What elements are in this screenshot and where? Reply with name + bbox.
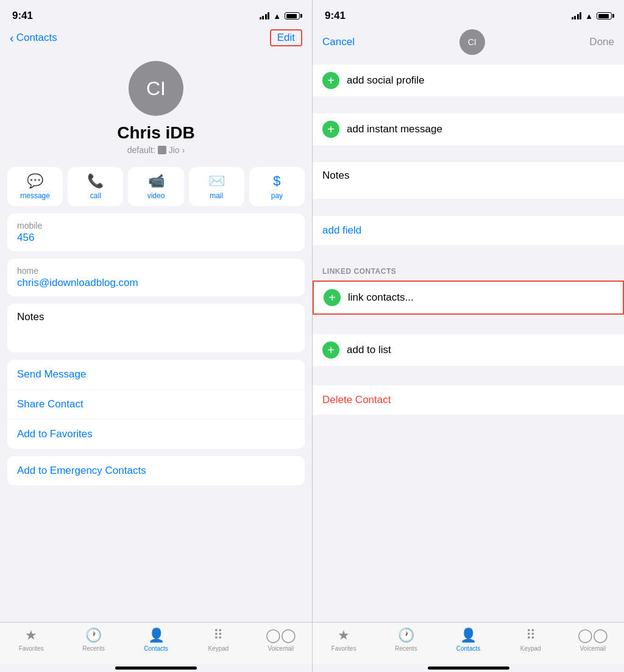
delete-contact-section[interactable]: Delete Contact (313, 385, 624, 415)
pay-button[interactable]: $ pay (249, 167, 305, 206)
link-contacts-row[interactable]: + link contacts... (313, 281, 624, 315)
battery-icon-left (285, 12, 300, 20)
tab-recents-left[interactable]: 🕐 Recents (62, 627, 124, 652)
delete-contact-label: Delete Contact (322, 394, 391, 406)
person-icon-left: 👤 (148, 627, 165, 643)
tab-voicemail-label-left: Voicemail (268, 645, 294, 652)
keypad-icon-left: ⠿ (213, 627, 223, 643)
star-icon-right: ★ (338, 627, 350, 643)
email-value[interactable]: chris@idownloadblog.com (17, 277, 295, 289)
add-to-favorites-button[interactable]: Add to Favorites (7, 420, 305, 449)
nav-bar-right: Cancel CI Done (313, 27, 624, 60)
signal-icon-left (260, 12, 270, 20)
tab-favorites-right[interactable]: ★ Favorites (313, 627, 375, 652)
wifi-icon-left: ▲ (273, 12, 281, 21)
tab-voicemail-right[interactable]: ◯◯ Voicemail (562, 627, 624, 652)
jio-icon (158, 146, 166, 154)
phone-value[interactable]: 456 (17, 232, 295, 244)
gap2 (313, 96, 624, 113)
send-message-button[interactable]: Send Message (7, 360, 305, 390)
voicemail-icon-right: ◯◯ (578, 627, 608, 643)
tab-keypad-label-left: Keypad (208, 645, 229, 652)
message-button[interactable]: 💬 message (7, 167, 63, 206)
add-field-row[interactable]: add field (313, 216, 624, 245)
chevron-left-icon: ‹ (10, 32, 14, 44)
right-panel: 9:41 ▲ Cancel CI Done + add social profi… (312, 0, 624, 672)
wifi-icon-right: ▲ (585, 12, 593, 21)
home-indicator-right (428, 667, 509, 670)
video-label: video (147, 191, 165, 200)
status-bar-right: 9:41 ▲ (313, 0, 624, 27)
emergency-label: Add to Emergency Contacts (17, 465, 295, 477)
right-content: + add social profile + add instant messa… (313, 60, 624, 622)
left-panel: 9:41 ▲ ‹ Contacts Edit CI Chris iDB defa… (0, 0, 312, 672)
gap5 (313, 245, 624, 262)
edit-button[interactable]: Edit (270, 29, 302, 46)
linked-contacts-header: LINKED CONTACTS (313, 262, 624, 278)
link-contacts-label: link contacts... (348, 291, 414, 304)
notes-card: Notes (7, 304, 305, 352)
avatar-right: CI (459, 29, 485, 55)
mail-icon: ✉️ (208, 173, 225, 189)
gap3 (313, 145, 624, 162)
tab-voicemail-label-right: Voicemail (580, 645, 606, 652)
gap8 (313, 415, 624, 432)
back-button[interactable]: ‹ Contacts (10, 32, 57, 44)
home-indicator-left (115, 667, 197, 670)
avatar: CI (129, 61, 183, 116)
video-icon: 📹 (148, 173, 165, 189)
status-icons-right: ▲ (572, 12, 612, 21)
tab-keypad-right[interactable]: ⠿ Keypad (500, 627, 562, 652)
signal-icon-right (572, 12, 582, 20)
contact-header: CI Chris iDB default: Jio › (0, 51, 312, 167)
tab-recents-right[interactable]: 🕐 Recents (375, 627, 437, 652)
email-label: home (17, 266, 295, 276)
clock-icon-left: 🕐 (85, 627, 102, 643)
tab-favorites-label-right: Favorites (332, 645, 356, 652)
call-button[interactable]: 📞 call (68, 167, 123, 206)
gap6 (313, 317, 624, 334)
battery-icon-right (597, 12, 612, 20)
add-to-list-label: add to list (347, 344, 391, 356)
tab-contacts-left[interactable]: 👤 Contacts (125, 627, 187, 652)
message-label: message (20, 191, 50, 200)
back-label: Contacts (16, 32, 57, 44)
tab-contacts-right[interactable]: 👤 Contacts (437, 627, 499, 652)
contact-default-label: default: (127, 145, 155, 155)
emergency-card[interactable]: Add to Emergency Contacts (7, 456, 305, 485)
notes-section-right: Notes (313, 162, 624, 199)
tab-recents-label-right: Recents (395, 645, 417, 652)
nav-bar-left: ‹ Contacts Edit (0, 27, 312, 51)
call-label: call (90, 191, 101, 200)
phone-card: mobile 456 (7, 213, 305, 251)
keypad-icon-right: ⠿ (526, 627, 536, 643)
mail-button[interactable]: ✉️ mail (189, 167, 244, 206)
pay-icon: $ (273, 173, 280, 189)
tab-keypad-left[interactable]: ⠿ Keypad (187, 627, 249, 652)
gap7 (313, 366, 624, 383)
contact-subtitle: default: Jio › (127, 145, 185, 155)
tab-favorites-left[interactable]: ★ Favorites (0, 627, 62, 652)
plus-icon-social: + (322, 72, 339, 89)
star-icon-left: ★ (25, 627, 37, 643)
contact-provider: Jio (169, 145, 180, 155)
add-instant-message-row[interactable]: + add instant message (313, 113, 624, 145)
tab-voicemail-left[interactable]: ◯◯ Voicemail (250, 627, 312, 652)
tab-recents-label-left: Recents (82, 645, 105, 652)
add-social-profile-row[interactable]: + add social profile (313, 65, 624, 96)
tab-favorites-label-left: Favorites (19, 645, 44, 652)
share-contact-button[interactable]: Share Contact (7, 390, 305, 420)
status-icons-left: ▲ (260, 12, 300, 21)
cancel-button[interactable]: Cancel (322, 36, 355, 48)
gap4 (313, 199, 624, 216)
video-button[interactable]: 📹 video (128, 167, 183, 206)
plus-icon-instant: + (322, 121, 339, 138)
done-button[interactable]: Done (589, 36, 614, 48)
status-bar-left: 9:41 ▲ (0, 0, 312, 27)
plus-icon-list: + (322, 341, 339, 359)
chevron-right-icon: › (182, 145, 185, 155)
add-to-list-row[interactable]: + add to list (313, 334, 624, 366)
pay-label: pay (271, 191, 283, 200)
tab-bar-left: ★ Favorites 🕐 Recents 👤 Contacts ⠿ Keypa… (0, 622, 312, 664)
add-instant-label: add instant message (347, 123, 442, 135)
